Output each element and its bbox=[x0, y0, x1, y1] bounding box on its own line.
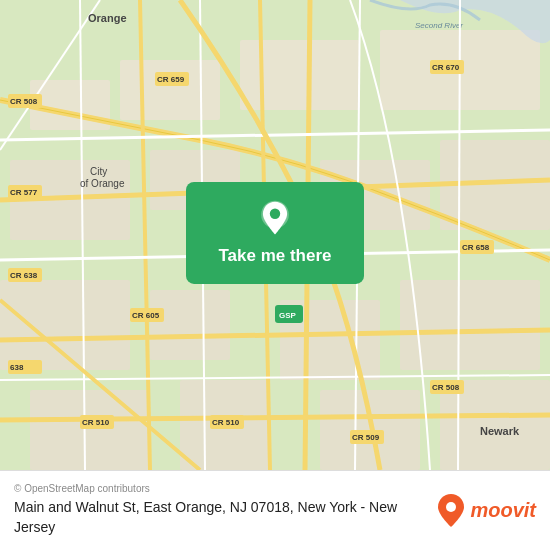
svg-text:CR 638: CR 638 bbox=[10, 271, 38, 280]
svg-text:CR 577: CR 577 bbox=[10, 188, 38, 197]
take-me-there-overlay[interactable]: Take me there bbox=[186, 182, 364, 284]
moovit-logo: moovit bbox=[436, 493, 536, 529]
svg-rect-3 bbox=[120, 60, 220, 120]
svg-text:CR 670: CR 670 bbox=[432, 63, 460, 72]
svg-text:Second River: Second River bbox=[415, 21, 463, 30]
svg-text:CR 605: CR 605 bbox=[132, 311, 160, 320]
svg-text:GSP: GSP bbox=[279, 311, 297, 320]
svg-rect-11 bbox=[150, 290, 230, 360]
location-pin-icon bbox=[256, 200, 294, 238]
take-me-there-button[interactable]: Take me there bbox=[218, 246, 331, 266]
svg-text:CR 659: CR 659 bbox=[157, 75, 185, 84]
moovit-brand-text: moovit bbox=[470, 499, 536, 522]
svg-text:CR 508: CR 508 bbox=[432, 383, 460, 392]
map-area: Second River GSP CR 508 CR 659 bbox=[0, 0, 550, 470]
svg-text:CR 510: CR 510 bbox=[82, 418, 110, 427]
svg-text:638: 638 bbox=[10, 363, 24, 372]
svg-text:CR 658: CR 658 bbox=[462, 243, 490, 252]
copyright-text: © OpenStreetMap contributors bbox=[14, 483, 426, 494]
location-name: Main and Walnut St, East Orange, NJ 0701… bbox=[14, 498, 426, 537]
moovit-pin-icon bbox=[436, 493, 466, 529]
svg-text:CR 508: CR 508 bbox=[10, 97, 38, 106]
svg-rect-4 bbox=[240, 40, 360, 110]
info-text-area: © OpenStreetMap contributors Main and Wa… bbox=[14, 483, 426, 537]
svg-text:Newark: Newark bbox=[480, 425, 520, 437]
svg-point-52 bbox=[446, 502, 456, 512]
svg-point-51 bbox=[270, 209, 280, 219]
svg-text:City: City bbox=[90, 166, 107, 177]
info-bar: © OpenStreetMap contributors Main and Wa… bbox=[0, 470, 550, 550]
svg-text:CR 510: CR 510 bbox=[212, 418, 240, 427]
svg-rect-14 bbox=[30, 390, 150, 470]
svg-text:Orange: Orange bbox=[88, 12, 127, 24]
svg-text:CR 509: CR 509 bbox=[352, 433, 380, 442]
svg-text:of Orange: of Orange bbox=[80, 178, 125, 189]
